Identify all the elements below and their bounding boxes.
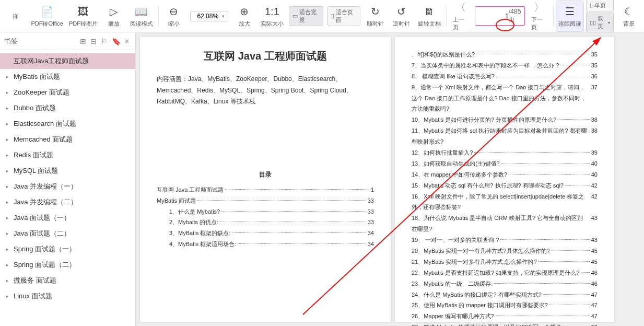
zoom-in-button[interactable]: ⊕ 放大 [231,1,257,32]
read-mode-button[interactable]: 📖 阅读模式 [127,1,156,32]
fit-width-button[interactable]: ▭ 适合宽度 [289,6,323,26]
pdf-to-office-button[interactable]: 📄 PDF转Office [28,1,66,32]
collapse-all-icon[interactable]: ⊟ [90,37,97,45]
toc-entry[interactable]: 12、如何执行批量插入?39 [412,147,598,158]
bookmark-item[interactable]: ▸Memcached 面试题 [0,132,135,147]
background-button[interactable]: ☾ 背景 [616,1,642,32]
add-bookmark-icon[interactable]: ⚐ [101,37,108,45]
zoom-out-button[interactable]: ⊖ 缩小 [161,1,187,32]
toc-entry[interactable]: 23、Mybatis 的一级、二级缓存:46 [412,278,598,289]
toc-page: 39 [591,147,598,158]
bookmark-label: Elasticsearch 面试题 [14,119,76,129]
toc-entry[interactable]: MyBatis 面试题33 [157,195,374,206]
zoom-input-box[interactable]: ▾ [190,11,228,21]
toc-entry[interactable]: 10、Mybatis 是如何进行分页的? 分页插件的原理是什么?38 [412,114,598,125]
continuous-read-button[interactable]: ☰ 连续阅读 [556,1,584,32]
expand-triangle-icon[interactable]: ▸ [6,262,11,267]
double-page-button[interactable]: ▯▯ 双页 ▾ [586,13,614,32]
toc-text: 22、Mybatis 是否支持延迟加载? 如果支持，它的实现原理是什么? [412,267,579,278]
toc-entry[interactable]: 9、通常一个 Xml 映射文件，都会写一个 Dao 接口与之对应，请问，这个 D… [412,82,598,115]
toc-entry[interactable]: 19、 一对一、一对多的关联查询 ?43 [412,235,598,246]
bookmark-item[interactable]: ▸Redis 面试题 [0,147,135,163]
chevron-down-icon[interactable]: ▾ [222,14,225,19]
bookmark-label: 互联网Java工程师面试题 [14,56,89,66]
expand-triangle-icon[interactable]: ▸ [6,137,11,142]
bookmark-item[interactable]: ▸ZooKeeper 面试题 [0,85,135,100]
rotate-cw-button[interactable]: ↻ 顺时针 [362,1,389,32]
toc-entry[interactable]: 4、MyBatis 框架适用场合:34 [157,239,374,250]
toc-text: 1、什么是 Mybatis? [169,206,220,217]
page-input[interactable] [477,13,509,20]
expand-triangle-icon[interactable]: ▸ [6,121,11,126]
bookmark-item[interactable]: ▸Elasticsearch 面试题 [0,116,135,132]
toc-entry[interactable]: 13、如何获取自动生成的(主)键值?40 [412,158,598,169]
actual-size-button[interactable]: 1:1 实际大小 [257,1,287,32]
toc-entry[interactable]: 25、使用 MyBatis 的 mapper 接口调用时有哪些要求?47 [412,300,598,311]
expand-triangle-icon[interactable]: ▸ [6,247,11,252]
bookmark-item[interactable]: ▸Linux 面试题 [0,288,135,304]
prev-page-button[interactable]: 〈 上一页 [449,1,473,32]
bookmark-item[interactable]: ▸Spring 面试题（二） [0,257,135,273]
single-page-button[interactable]: ▯ 单页 [586,0,614,11]
fit-page-button[interactable]: ▯ 适合页面 [327,6,360,26]
bookmark-item[interactable]: ▸MySQL 面试题 [0,163,135,179]
toc-entry[interactable]: 24、什么是 MyBatis 的接口绑定? 有哪些实现方式?47 [412,289,598,300]
toc-entry[interactable]: 14、在 mapper 中如何传递多个参数?40 [412,169,598,180]
toc-entry[interactable]: 22、Mybatis 是否支持延迟加载? 如果支持，它的实现原理是什么?46 [412,267,598,278]
bookmark-item[interactable]: ▸Spring 面试题（一） [0,241,135,257]
expand-triangle-icon[interactable]: ▸ [6,106,11,111]
toc-entry[interactable]: 27、简述 Mybatis 的插件运行原理，以及如何编写一个插件。50 [412,322,598,326]
expand-triangle-icon[interactable]: ▸ [6,74,11,79]
toc-entry[interactable]: 26、Mapper 编写有哪几种方式?47 [412,311,598,322]
toc-entry[interactable]: 18、为什么说 Mybatis 是半自动 ORM 映射工具? 它与全自动的区别在… [412,213,598,235]
bookmark-item[interactable]: 互联网Java工程师面试题 [0,53,135,69]
expand-triangle-icon[interactable]: ▸ [6,200,11,205]
expand-triangle-icon[interactable]: ▸ [6,153,11,158]
expand-all-icon[interactable]: ⊞ [80,37,86,45]
toc-entry[interactable]: 16、Xml 映射文件中，除了常见的 select|insert|updae|d… [412,191,598,213]
toc-entry[interactable]: 20、MyBatis 实现一对一有几种方式?具体怎么操作的?45 [412,246,598,257]
pdf-page-2: 、#{}和${}的区别是什么?357、当实体类中的属性名和表中的字段名不一样 ，… [395,37,614,322]
expand-triangle-icon[interactable]: ▸ [6,231,11,236]
toc-entry[interactable]: 8、 模糊查询 like 语句该怎么写?36 [412,71,598,82]
select-button[interactable]: 择 [2,1,28,32]
bookmark-item[interactable]: ▸Dubbo 面试题 [0,100,135,116]
next-page-button[interactable]: 〉 下一页 [527,1,551,32]
toc-entry[interactable]: 1、什么是 Mybatis?33 [157,206,374,217]
close-icon[interactable]: × [125,37,129,45]
toc-entry[interactable]: 7、当实体类中的属性名和表中的字段名不一样 ，怎么办 ?35 [412,60,598,71]
toc-entry[interactable]: 互联网 Java 工程师面试题1 [157,184,374,195]
page-input-box[interactable]: /485页 [475,6,525,26]
rotate-ccw-button[interactable]: ↺ 逆时针 [389,1,415,32]
bookmark-item[interactable]: ▸微服务 面试题 [0,273,135,288]
bookmark-item[interactable]: ▸Java 面试题（二） [0,226,135,241]
bookmark-item[interactable]: ▸MyBatis 面试题 [0,69,135,85]
expand-triangle-icon[interactable]: ▸ [6,278,11,283]
expand-triangle-icon[interactable]: ▸ [6,215,11,220]
expand-triangle-icon[interactable]: ▸ [6,168,11,173]
toc-entry[interactable]: 2、Mybaits 的优点:33 [157,217,374,228]
toc-entry[interactable]: 、#{}和${}的区别是什么?35 [412,49,598,60]
bookmark-label: Spring 面试题（一） [14,245,76,254]
document-area[interactable]: 互联网 Java 工程师面试题 内容涵盖：Java、MyBatis、ZooKee… [136,32,644,326]
toc-entry[interactable]: 15、Mybatis 动态 sql 有什么用? 执行原理? 有哪些动态 sql?… [412,180,598,191]
toc-page: 38 [591,125,598,147]
bookmark-item[interactable]: ▸Java 面试题（一） [0,210,135,226]
bookmark-item[interactable]: ▸Java 并发编程（二） [0,194,135,210]
toc-entry[interactable]: 3、MyBatis 框架的缺点:34 [157,228,374,239]
toc-entry[interactable]: 11、Mybatis 是如何将 sql 执行结果封装为目标对象并返回的? 都有哪… [412,125,598,147]
bookmark-icon[interactable]: 🔖 [112,37,121,45]
expand-triangle-icon[interactable]: ▸ [6,90,11,95]
bookmark-label: Java 面试题（二） [14,229,71,238]
toc-text: 16、Xml 映射文件中，除了常见的 select|insert|updae|d… [412,191,588,213]
expand-triangle-icon[interactable]: ▸ [6,294,11,299]
toc-entry[interactable]: 21、MyBatis 实现一对多有几种方式,怎么操作的?45 [412,257,598,267]
rotate-doc-button[interactable]: 🗎 旋转文档 [415,1,444,32]
toc-page: 40 [591,169,598,180]
zoom-input[interactable] [194,13,222,20]
bookmark-item[interactable]: ▸Java 并发编程（一） [0,179,135,194]
expand-triangle-icon[interactable]: ▸ [6,184,11,189]
bookmark-label: Java 并发编程（二） [14,197,77,207]
play-button[interactable]: ▷ 播放 [101,1,127,32]
pdf-to-image-button[interactable]: 🖼 PDF转图片 [66,1,100,32]
